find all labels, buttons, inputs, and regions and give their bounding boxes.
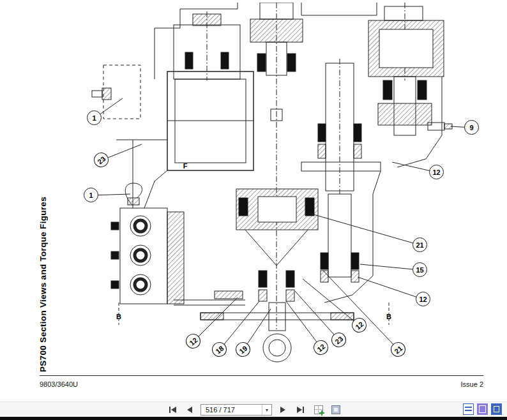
document-page: PS700 Section Views and Torque Figures <box>0 0 507 401</box>
footer-rule <box>40 375 483 376</box>
reading-mode-icon[interactable] <box>477 403 488 415</box>
section-marker-B: B <box>116 313 121 320</box>
page-vertical-title: PS700 Section Views and Torque Figures <box>38 161 48 372</box>
callout-9: 9 <box>464 120 479 135</box>
page-indicator: 516 / 717 <box>201 406 262 414</box>
page-navigation: 516 / 717 ▾ <box>166 404 341 416</box>
callout-1: 1 <box>84 188 98 202</box>
section-diagram: 123191221151212181912231221FBB <box>78 3 487 373</box>
section-marker-B: B <box>386 313 391 320</box>
snapshot-icon[interactable] <box>314 405 324 415</box>
next-page-icon[interactable] <box>276 404 289 416</box>
callout-1: 1 <box>87 110 102 125</box>
callout-12: 12 <box>429 165 444 179</box>
next-page-triangle <box>280 407 285 413</box>
clipboard-body <box>331 405 340 414</box>
first-page-icon[interactable] <box>166 404 179 416</box>
callout-12: 12 <box>416 292 430 306</box>
callout-15: 15 <box>412 262 427 277</box>
bottom-bar <box>0 417 507 420</box>
clipboard-icon[interactable] <box>331 405 341 415</box>
callout-leader-line <box>309 213 420 245</box>
first-page-bar <box>169 407 170 413</box>
footer-doc-number: 9803/3640U <box>40 380 78 388</box>
dropdown-caret-icon[interactable]: ▾ <box>262 405 271 415</box>
previous-page-icon[interactable] <box>183 404 196 416</box>
previous-page-triangle <box>187 407 192 413</box>
callout-leader-line <box>360 264 420 270</box>
full-screen-icon[interactable] <box>491 403 502 415</box>
last-page-bar <box>303 407 304 413</box>
viewer-toolbar: 516 / 717 ▾ <box>0 401 507 417</box>
callout-21: 21 <box>412 237 427 252</box>
page-view-icon[interactable] <box>463 403 474 415</box>
last-page-icon[interactable] <box>294 404 306 416</box>
section-diagram-art <box>78 3 487 373</box>
callout-leader-line <box>358 277 423 299</box>
last-page-triangle <box>297 407 302 413</box>
callout-leader-line <box>286 301 321 348</box>
view-mode-icons <box>463 403 502 415</box>
diagram-linework <box>92 3 452 362</box>
section-marker-F: F <box>183 162 188 170</box>
footer-issue: Issue 2 <box>461 380 483 388</box>
first-page-triangle <box>171 407 176 413</box>
page-number-input[interactable]: 516 / 717 ▾ <box>201 404 272 416</box>
snapshot-plus <box>319 410 324 416</box>
